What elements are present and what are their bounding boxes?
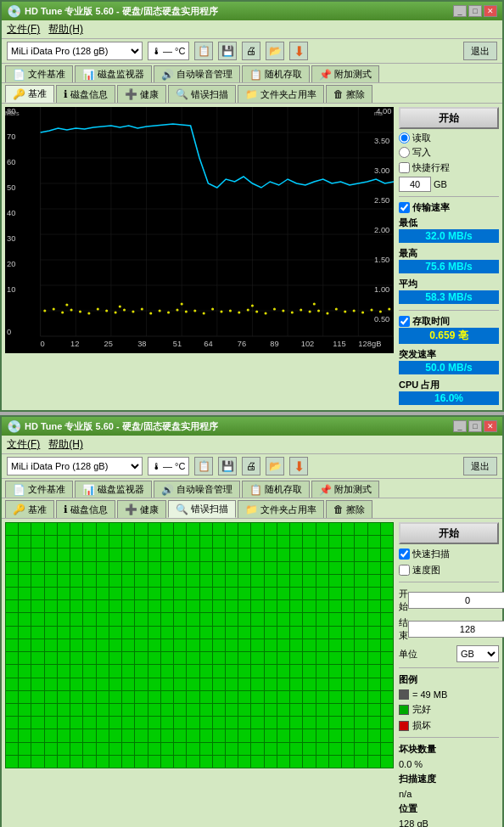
start-btn-1[interactable]: 开始 [399, 107, 499, 129]
svg-point-80 [300, 309, 302, 312]
tab2-health[interactable]: ➕ 健康 [117, 500, 166, 518]
quick-prog-checkbox[interactable] [399, 162, 410, 173]
grid-cell [381, 691, 393, 703]
grid-cell [381, 704, 393, 716]
grid-cell [226, 536, 238, 548]
tab2-noise[interactable]: 🔊 自动噪音管理 [154, 481, 240, 498]
tab-row-2a: 📄 文件基准 📊 磁盘监视器 🔊 自动噪音管理 📋 随机存取 📌 附加测式 [2, 479, 502, 498]
tab1-files[interactable]: 📄 文件基准 [5, 65, 73, 82]
grid-cell [368, 600, 380, 612]
tab2-erase-icon: 🗑 [333, 504, 344, 515]
radio-read[interactable]: 读取 [399, 132, 499, 144]
svg-text:12: 12 [70, 340, 79, 348]
start-spinbox-input[interactable] [409, 595, 504, 605]
grid-cell [200, 652, 212, 664]
help-menu-1[interactable]: 帮助(H) [48, 22, 83, 37]
grid-cell [45, 575, 57, 587]
grid-cell [122, 549, 134, 560]
exit-btn-1[interactable]: 退出 [463, 42, 497, 60]
close-btn-2[interactable]: ✕ [484, 420, 497, 432]
start-spinbox[interactable]: ▲ ▼ [408, 592, 504, 609]
tab2-errorscan[interactable]: 🔍 错误扫描 [168, 500, 236, 518]
speed-chart-checkbox[interactable] [399, 565, 410, 576]
icon-folder-1[interactable]: 📂 [266, 42, 284, 60]
position-value: 128 gB [399, 819, 499, 827]
tab1-erase[interactable]: 🗑 擦除 [326, 85, 372, 103]
disk-select-2[interactable]: MiLi iData Pro (128 gB) [7, 457, 143, 475]
icon-print-2[interactable]: 🖨 [242, 457, 260, 475]
file-menu-1[interactable]: 文件(F) [7, 22, 40, 37]
grid-cell [226, 729, 238, 741]
grid-cell [70, 717, 82, 729]
grid-cell [122, 756, 134, 768]
tab1-monitor[interactable]: 📊 磁盘监视器 [75, 65, 152, 82]
tab1-noise[interactable]: 🔊 自动噪音管理 [154, 65, 240, 82]
icon-copy-2[interactable]: 📋 [194, 457, 213, 475]
grid-cell [187, 549, 199, 560]
tab1-benchmark[interactable]: 🔑 基准 [5, 85, 54, 103]
access-time-checkbox[interactable] [399, 316, 410, 327]
grid-cell [316, 536, 328, 548]
grid-cell [303, 575, 315, 587]
grid-cell [45, 729, 57, 741]
disk-select-1[interactable]: MiLi iData Pro (128 gB) [7, 42, 143, 60]
tab1-errorscan[interactable]: 🔍 错误扫描 [168, 85, 236, 103]
icon-save-2[interactable]: 💾 [218, 457, 237, 475]
tab1-extra[interactable]: 📌 附加测式 [311, 65, 379, 82]
tab1-random[interactable]: 📋 随机存取 [242, 65, 310, 82]
radio-write-input[interactable] [399, 147, 410, 158]
tab1-diskinfo[interactable]: ℹ 磁盘信息 [56, 85, 115, 103]
icon-down-1[interactable]: ⬇ [289, 42, 308, 60]
tab2-benchmark[interactable]: 🔑 基准 [5, 500, 54, 518]
help-menu-2[interactable]: 帮助(H) [48, 437, 83, 452]
transfer-rate-checkbox[interactable] [399, 202, 410, 213]
unit-select[interactable]: GB [456, 645, 499, 662]
minimize-btn-2[interactable]: _ [453, 420, 467, 432]
tab2-erase[interactable]: 🗑 擦除 [326, 500, 372, 518]
icon-save-1[interactable]: 💾 [218, 42, 237, 60]
icon-print-1[interactable]: 🖨 [242, 42, 260, 60]
tab2-monitor[interactable]: 📊 磁盘监视器 [75, 481, 152, 498]
grid-cell [70, 588, 82, 599]
tab1-health[interactable]: ➕ 健康 [117, 85, 166, 103]
file-menu-2[interactable]: 文件(F) [7, 437, 40, 452]
maximize-btn-2[interactable]: □ [468, 420, 482, 432]
quick-scan-checkbox[interactable] [399, 549, 410, 560]
radio-write[interactable]: 写入 [399, 146, 499, 159]
svg-text:102: 102 [301, 340, 315, 348]
svg-point-53 [61, 312, 64, 314]
tab2-extra[interactable]: 📌 附加测式 [311, 481, 379, 498]
end-spinbox[interactable]: ▲ ▼ [408, 621, 504, 638]
scan-speed-label: 扫描速度 [399, 773, 499, 785]
icon-down-2[interactable]: ⬇ [289, 457, 308, 475]
maximize-btn-1[interactable]: □ [468, 5, 482, 17]
grid-cell [122, 600, 134, 612]
tab1-extra-icon: 📌 [319, 69, 332, 81]
grid-cell [200, 639, 212, 651]
tab2-diskinfo[interactable]: ℹ 磁盘信息 [56, 500, 115, 518]
tab2-folder[interactable]: 📁 文件夹占用率 [238, 500, 324, 518]
tab2-random[interactable]: 📋 随机存取 [242, 481, 310, 498]
grid-cell [213, 627, 225, 639]
tab2-files-icon: 📄 [13, 484, 25, 496]
end-spinbox-input[interactable] [409, 624, 504, 634]
minimize-btn-1[interactable]: _ [453, 5, 467, 17]
grid-cell [97, 562, 109, 574]
quick-prog-input[interactable] [399, 177, 431, 192]
grid-cell [342, 652, 354, 664]
exit-btn-2[interactable]: 退出 [463, 457, 497, 475]
grid-cell [342, 588, 354, 599]
close-btn-1[interactable]: ✕ [484, 5, 497, 17]
start-btn-2[interactable]: 开始 [399, 522, 499, 544]
grid-cell [148, 575, 160, 587]
svg-text:30: 30 [7, 234, 15, 243]
radio-read-input[interactable] [399, 132, 410, 143]
start-row: 开始 ▲ ▼ [399, 588, 499, 613]
grid-cell [31, 627, 43, 639]
grid-cell [355, 665, 367, 677]
tab2-files[interactable]: 📄 文件基准 [5, 481, 73, 498]
icon-copy-1[interactable]: 📋 [194, 42, 213, 60]
tab1-folder[interactable]: 📁 文件夹占用率 [238, 85, 324, 103]
icon-folder-2[interactable]: 📂 [266, 457, 284, 475]
grid-cell [355, 575, 367, 587]
